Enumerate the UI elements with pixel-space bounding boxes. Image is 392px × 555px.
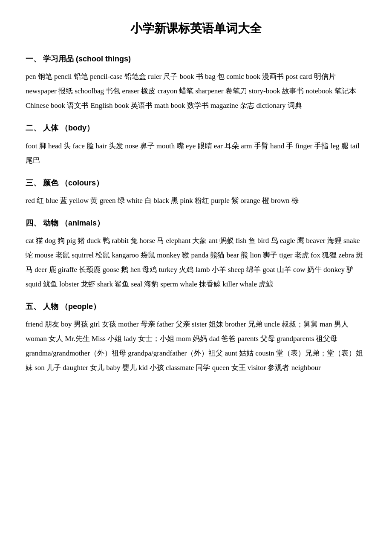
section-3-heading: 三、 颜色 （colours） xyxy=(26,176,366,190)
section-1-content: pen 钢笔 pencil 铅笔 pencil-case 铅笔盒 ruler 尺… xyxy=(26,69,366,113)
section-2-heading: 二、 人体 （body） xyxy=(26,121,366,135)
section-3: 三、 颜色 （colours）red 红 blue 蓝 yellow 黄 gre… xyxy=(26,176,366,208)
section-4-heading: 四、 动物 （animals） xyxy=(26,216,366,230)
section-1-heading: 一、 学习用品 (school things) xyxy=(26,52,366,66)
section-2: 二、 人体 （body）foot 脚 head 头 face 脸 hair 头发… xyxy=(26,121,366,168)
section-5-content: friend 朋友 boy 男孩 girl 女孩 mother 母亲 fathe… xyxy=(26,317,366,375)
section-1: 一、 学习用品 (school things)pen 钢笔 pencil 铅笔 … xyxy=(26,52,366,113)
section-3-content: red 红 blue 蓝 yellow 黄 green 绿 white 白 bl… xyxy=(26,194,366,208)
section-5-heading: 五、 人物 （people） xyxy=(26,299,366,314)
section-4: 四、 动物 （animals）cat 猫 dog 狗 pig 猪 duck 鸭 … xyxy=(26,216,366,292)
page-title: 小学新课标英语单词大全 xyxy=(26,17,366,40)
section-2-content: foot 脚 head 头 face 脸 hair 头发 nose 鼻子 mou… xyxy=(26,139,366,168)
section-4-content: cat 猫 dog 狗 pig 猪 duck 鸭 rabbit 兔 horse … xyxy=(26,234,366,292)
section-5: 五、 人物 （people）friend 朋友 boy 男孩 girl 女孩 m… xyxy=(26,299,366,375)
